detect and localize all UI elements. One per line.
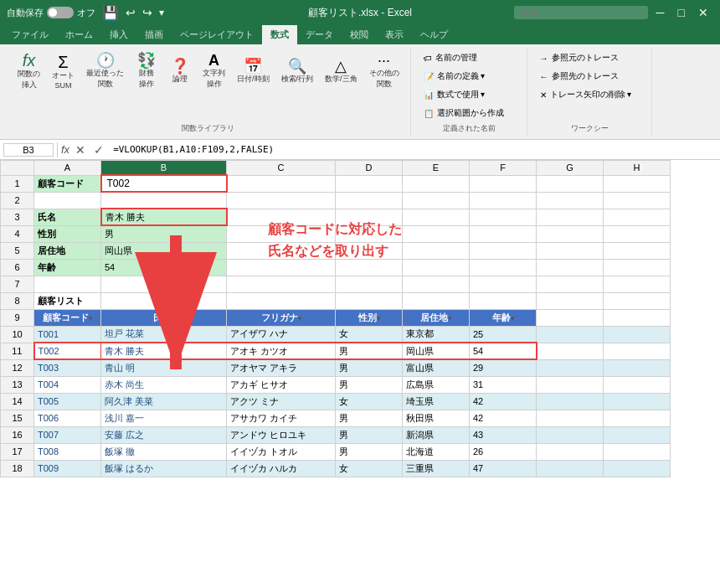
cell-c12[interactable]: アオヤマ アキラ <box>227 359 336 376</box>
cell-c1[interactable] <box>227 175 336 192</box>
cell-h1[interactable] <box>604 175 671 192</box>
row-header-4[interactable]: 4 <box>1 225 34 242</box>
cell-c8[interactable] <box>227 292 336 309</box>
cell-a1[interactable]: 顧客コード <box>34 175 101 192</box>
insert-function-button[interactable]: fx 関数の挿入 <box>13 49 44 93</box>
cell-h13[interactable] <box>604 376 671 393</box>
row-header-18[interactable]: 18 <box>1 460 34 477</box>
cell-d1[interactable] <box>336 175 403 192</box>
cell-h15[interactable] <box>604 410 671 426</box>
cell-b14[interactable]: 阿久津 美菜 <box>101 393 227 410</box>
cell-g15[interactable] <box>537 410 604 426</box>
cell-g8[interactable] <box>537 292 604 309</box>
cell-f4[interactable] <box>470 225 537 242</box>
cell-a18[interactable]: T009 <box>34 460 101 477</box>
row-header-8[interactable]: 8 <box>1 292 34 309</box>
cell-f3[interactable] <box>470 209 537 225</box>
row-header-12[interactable]: 12 <box>1 359 34 376</box>
cell-b6[interactable]: 54 <box>101 259 227 276</box>
col-header-d[interactable]: D <box>336 161 403 176</box>
cell-a4[interactable]: 性別 <box>34 225 101 242</box>
lookup-button[interactable]: 🔍 検索/行列 <box>277 56 318 87</box>
cell-h17[interactable] <box>604 443 671 460</box>
cell-f5[interactable] <box>470 242 537 259</box>
cell-d2[interactable] <box>336 192 403 209</box>
cell-e6[interactable] <box>403 259 470 276</box>
cell-b16[interactable]: 安藤 広之 <box>101 426 227 443</box>
col-header-b[interactable]: B <box>101 161 227 176</box>
cell-c3[interactable] <box>227 209 336 225</box>
cell-g12[interactable] <box>537 359 604 376</box>
cell-h10[interactable] <box>604 326 671 343</box>
cell-d3[interactable] <box>336 209 403 225</box>
cell-f11[interactable]: 54 <box>470 343 537 359</box>
cell-d9[interactable]: 性別▾ <box>336 309 403 326</box>
cell-d14[interactable]: 女 <box>336 393 403 410</box>
cell-c9[interactable]: フリガナ▾ <box>227 309 336 326</box>
search-input[interactable] <box>514 6 648 19</box>
confirm-formula-button[interactable]: ✓ <box>91 143 106 157</box>
cell-f1[interactable] <box>470 175 537 192</box>
cell-f18[interactable]: 47 <box>470 460 537 477</box>
cell-g13[interactable] <box>537 376 604 393</box>
cell-f17[interactable]: 26 <box>470 443 537 460</box>
cell-b10[interactable]: 坦戸 花菜 <box>101 326 227 343</box>
row-header-13[interactable]: 13 <box>1 376 34 393</box>
cell-c2[interactable] <box>227 192 336 209</box>
cell-e17[interactable]: 北海道 <box>403 443 470 460</box>
cell-h8[interactable] <box>604 292 671 309</box>
more-functions-button[interactable]: ··· その他の関数 <box>365 50 404 92</box>
cell-d17[interactable]: 男 <box>336 443 403 460</box>
cell-b9[interactable]: 氏名▾ <box>101 309 227 326</box>
tab-data[interactable]: データ <box>297 25 342 44</box>
cell-d13[interactable]: 男 <box>336 376 403 393</box>
cell-a9[interactable]: 顧客コード▾ <box>34 309 101 326</box>
cell-g6[interactable] <box>537 259 604 276</box>
cell-a2[interactable] <box>34 192 101 209</box>
text-button[interactable]: A 文字列操作 <box>198 50 229 92</box>
cell-a8[interactable]: 顧客リスト <box>34 292 101 309</box>
row-header-5[interactable]: 5 <box>1 242 34 259</box>
close-button[interactable]: ✕ <box>693 6 713 19</box>
cell-a13[interactable]: T004 <box>34 376 101 393</box>
cell-g10[interactable] <box>537 326 604 343</box>
cell-c17[interactable]: イイヅカ トオル <box>227 443 336 460</box>
cell-e2[interactable] <box>403 192 470 209</box>
cell-a14[interactable]: T005 <box>34 393 101 410</box>
tab-draw[interactable]: 描画 <box>136 25 172 44</box>
tab-view[interactable]: 表示 <box>377 25 412 44</box>
cell-e3[interactable] <box>403 209 470 225</box>
autosum-button[interactable]: Σ オートSUM <box>48 51 79 92</box>
cell-b3[interactable]: 青木 勝夫 <box>101 209 227 225</box>
save-icon[interactable]: 💾 <box>102 5 119 21</box>
cell-b13[interactable]: 赤木 尚生 <box>101 376 227 393</box>
remove-arrows-button[interactable]: ✕ トレース矢印の削除 ▾ <box>536 86 645 103</box>
cell-a12[interactable]: T003 <box>34 359 101 376</box>
cell-h5[interactable] <box>604 242 671 259</box>
customize-icon[interactable]: ▾ <box>159 7 164 18</box>
col-header-e[interactable]: E <box>403 161 470 176</box>
math-button[interactable]: △ 数学/三角 <box>321 56 362 87</box>
cell-a16[interactable]: T007 <box>34 426 101 443</box>
cell-f6[interactable] <box>470 259 537 276</box>
cell-g17[interactable] <box>537 443 604 460</box>
logical-button[interactable]: ❓ 論理 <box>165 56 195 87</box>
cell-d16[interactable]: 男 <box>336 426 403 443</box>
cell-a6[interactable]: 年齢 <box>34 259 101 276</box>
minimize-button[interactable]: ─ <box>651 6 670 19</box>
cell-e14[interactable]: 埼玉県 <box>403 393 470 410</box>
cell-d7[interactable] <box>336 276 403 292</box>
cell-a11[interactable]: T002 <box>34 343 101 359</box>
cell-b15[interactable]: 浅川 嘉一 <box>101 410 227 426</box>
cell-a7[interactable] <box>34 276 101 292</box>
cell-b11[interactable]: 青木 勝夫 <box>101 343 227 359</box>
cell-h7[interactable] <box>604 276 671 292</box>
cell-d15[interactable]: 男 <box>336 410 403 426</box>
tab-help[interactable]: ヘルプ <box>412 25 456 44</box>
cell-e18[interactable]: 三重県 <box>403 460 470 477</box>
trace-precedents-button[interactable]: → 参照元のトレース <box>536 49 645 66</box>
cell-g14[interactable] <box>537 393 604 410</box>
cell-h6[interactable] <box>604 259 671 276</box>
cell-e13[interactable]: 広島県 <box>403 376 470 393</box>
cell-e1[interactable] <box>403 175 470 192</box>
